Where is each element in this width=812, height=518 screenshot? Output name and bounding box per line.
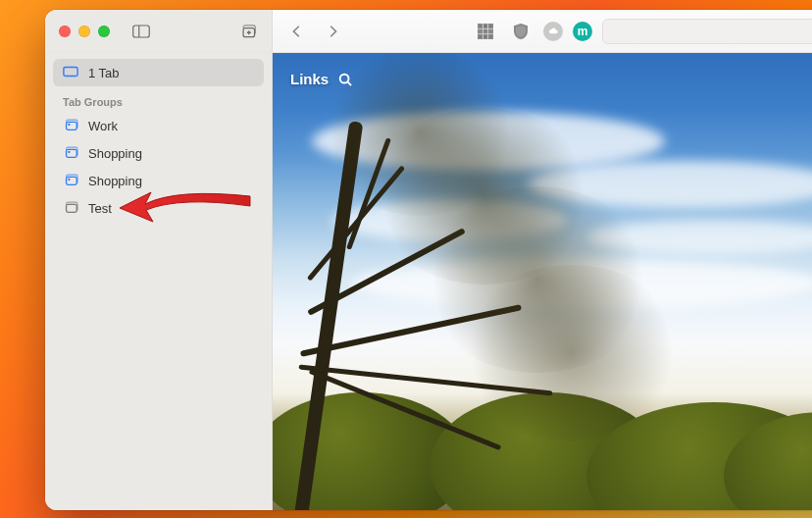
chevron-right-icon bbox=[326, 25, 339, 38]
current-tabs-label: 1 Tab bbox=[88, 66, 120, 80]
toolbar-left bbox=[45, 10, 273, 52]
svg-point-22 bbox=[340, 74, 349, 82]
toggle-sidebar-button[interactable] bbox=[127, 20, 155, 43]
tab-group-colored-icon bbox=[63, 145, 78, 162]
cloud-icon bbox=[547, 26, 559, 37]
profile-badge[interactable]: m bbox=[573, 22, 592, 41]
tab-icon bbox=[63, 66, 78, 80]
new-tab-group-button[interactable] bbox=[234, 20, 262, 43]
chevron-left-icon bbox=[290, 25, 304, 38]
svg-rect-10 bbox=[489, 29, 492, 32]
tab-group-colored-icon bbox=[63, 173, 78, 189]
svg-point-16 bbox=[68, 123, 70, 125]
grid-icon bbox=[478, 24, 493, 39]
window-body: 1 Tab Tab Groups Work Shopping Shopping bbox=[45, 53, 812, 510]
svg-rect-19 bbox=[67, 177, 77, 184]
current-tabs-row[interactable]: 1 Tab bbox=[53, 59, 264, 86]
close-window-button[interactable] bbox=[59, 26, 71, 37]
svg-rect-8 bbox=[479, 29, 482, 32]
shield-icon bbox=[513, 24, 529, 39]
links-menu[interactable]: Links bbox=[290, 71, 352, 87]
tab-group-label: Shopping bbox=[88, 174, 142, 188]
start-page-grid-button[interactable] bbox=[473, 19, 498, 44]
svg-line-23 bbox=[348, 81, 352, 85]
svg-rect-11 bbox=[479, 35, 482, 38]
privacy-report-button[interactable] bbox=[508, 19, 533, 44]
sidebar-icon bbox=[132, 24, 150, 39]
svg-rect-21 bbox=[67, 204, 77, 212]
tab-group-shopping-1[interactable]: Shopping bbox=[53, 139, 264, 167]
window-toolbar: m bbox=[45, 10, 812, 53]
browser-window: m 1 Tab Tab Groups Work bbox=[45, 10, 812, 510]
svg-point-18 bbox=[68, 150, 70, 152]
window-controls bbox=[59, 26, 110, 37]
svg-rect-6 bbox=[484, 25, 487, 27]
svg-rect-14 bbox=[64, 67, 77, 76]
tab-group-work[interactable]: Work bbox=[53, 112, 264, 139]
tab-group-colored-icon bbox=[63, 118, 78, 134]
svg-point-20 bbox=[68, 178, 70, 180]
page-content: 6 Links bbox=[273, 53, 812, 510]
links-label: Links bbox=[290, 71, 329, 87]
minimize-window-button[interactable] bbox=[78, 26, 90, 37]
tab-group-label: Shopping bbox=[88, 146, 142, 161]
tab-groups-heading: Tab Groups bbox=[53, 86, 264, 112]
svg-rect-7 bbox=[489, 25, 492, 27]
toolbar-right: m bbox=[273, 10, 812, 52]
svg-rect-0 bbox=[133, 26, 150, 37]
svg-rect-9 bbox=[484, 29, 487, 32]
sidebar: 1 Tab Tab Groups Work Shopping Shopping bbox=[45, 53, 273, 510]
fullscreen-window-button[interactable] bbox=[98, 26, 110, 37]
forward-button[interactable] bbox=[320, 19, 345, 44]
tab-group-test[interactable]: Test bbox=[53, 194, 264, 222]
back-button[interactable] bbox=[284, 19, 310, 44]
tab-group-plain-icon bbox=[63, 200, 78, 217]
svg-rect-15 bbox=[67, 122, 77, 130]
svg-rect-17 bbox=[67, 149, 77, 157]
search-icon bbox=[338, 73, 352, 86]
tab-group-shopping-2[interactable]: Shopping bbox=[53, 167, 264, 194]
icloud-sync-badge[interactable] bbox=[543, 22, 563, 41]
profile-initial: m bbox=[578, 25, 588, 38]
tab-group-label: Test bbox=[88, 201, 112, 216]
svg-rect-12 bbox=[484, 35, 487, 38]
address-bar[interactable] bbox=[602, 19, 812, 44]
svg-rect-13 bbox=[489, 35, 492, 38]
tab-group-label: Work bbox=[88, 119, 118, 133]
plus-on-stack-icon bbox=[239, 24, 257, 39]
svg-rect-5 bbox=[479, 25, 482, 27]
